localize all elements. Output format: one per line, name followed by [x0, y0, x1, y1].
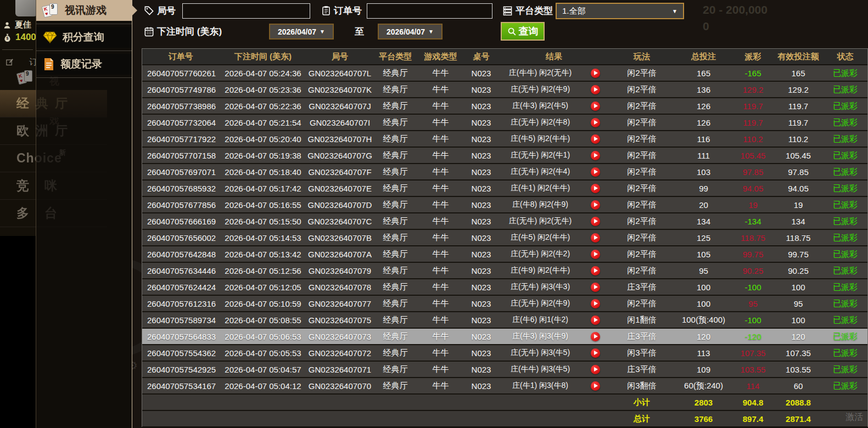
cell-valid-bet: 118.75 [774, 230, 823, 245]
cell-play-type: 闲2平倍 [609, 98, 675, 114]
cell-result: 庄(牛5) 闲2(牛牛) [499, 230, 581, 245]
table-row[interactable]: 260407057738986 2026-04-07 05:22:36 GN02… [142, 98, 867, 115]
platform-type-label: 平台类型 [502, 4, 553, 17]
table-row[interactable]: 260407057697071 2026-04-07 05:18:40 GN02… [142, 164, 867, 181]
table-row[interactable]: 260407057707158 2026-04-07 05:19:38 GN02… [142, 148, 867, 164]
play-icon [591, 381, 600, 391]
play-video-button[interactable] [581, 312, 609, 328]
play-video-button[interactable] [581, 263, 609, 278]
cell-table-number: N023 [463, 345, 499, 361]
play-video-button[interactable] [581, 213, 609, 229]
cell-platform: 经典厅 [373, 181, 418, 196]
person-icon [3, 21, 11, 29]
play-video-button[interactable] [581, 197, 609, 212]
table-row[interactable]: 260407057677856 2026-04-07 05:16:55 GN02… [142, 197, 867, 213]
order-number-input[interactable] [367, 3, 492, 19]
cell-round-number: GN02326407075 [307, 312, 373, 328]
subtotal-valid-bet: 2088.8 [774, 395, 823, 410]
cell-result: 庄(牛3) 闲2(牛5) [499, 98, 581, 114]
play-video-button[interactable] [581, 115, 609, 130]
cell-bet-time: 2026-04-07 05:04:12 [219, 378, 307, 393]
table-row[interactable]: 260407057760261 2026-04-07 05:24:36 GN02… [142, 65, 867, 82]
cell-table-number: N023 [463, 197, 499, 212]
table-row[interactable]: 260407057624424 2026-04-07 05:12:05 GN02… [142, 279, 867, 296]
play-video-button[interactable] [581, 345, 609, 361]
play-video-button[interactable] [581, 378, 609, 393]
cell-game-type: 牛牛 [418, 65, 463, 81]
table-row[interactable]: 260407057564833 2026-04-07 05:06:53 GN02… [142, 329, 867, 345]
cell-valid-bet: 134 [774, 213, 823, 229]
cell-payout: -100 [732, 279, 774, 295]
cell-bet-time: 2026-04-07 05:12:56 [219, 263, 307, 278]
round-number-input[interactable] [182, 3, 310, 19]
play-video-button[interactable] [581, 329, 609, 344]
cell-order-number: 260407057589734 [142, 312, 219, 328]
sidebar-bottom [0, 236, 36, 428]
cell-platform: 经典厅 [373, 329, 418, 344]
menu-item-quota-records[interactable]: 额度记录 [36, 54, 132, 75]
cell-play-type: 闲2平倍 [609, 246, 675, 262]
grand-total-label: 总计 [609, 411, 675, 426]
play-video-button[interactable] [581, 296, 609, 311]
cell-table-number: N023 [463, 164, 499, 179]
table-row[interactable]: 260407057642848 2026-04-07 05:13:42 GN02… [142, 246, 867, 263]
cell-play-type: 闲2平倍 [609, 148, 675, 163]
table-row[interactable]: 260407057656002 2026-04-07 05:14:53 GN02… [142, 230, 867, 246]
cell-status-badge: 已派彩 [823, 263, 867, 278]
cell-status-badge: 已派彩 [823, 197, 867, 212]
table-row[interactable]: 260407057542925 2026-04-07 05:04:57 GN02… [142, 362, 867, 378]
table-row[interactable]: 260407057717922 2026-04-07 05:20:40 GN02… [142, 131, 867, 148]
svg-text:$: $ [7, 36, 9, 41]
date-to-picker[interactable]: 2026/04/07 ▼ [378, 24, 443, 40]
cell-order-number: 260407057564833 [142, 329, 219, 344]
play-icon [591, 151, 600, 160]
document-icon [43, 58, 55, 71]
play-video-button[interactable] [581, 164, 609, 179]
table-row[interactable]: 260407057589734 2026-04-07 05:08:55 GN02… [142, 312, 867, 329]
divider [2, 49, 33, 50]
table-row[interactable]: 260407057554362 2026-04-07 05:05:53 GN02… [142, 345, 867, 362]
cell-table-number: N023 [463, 312, 499, 328]
play-video-button[interactable] [581, 181, 609, 196]
table-row[interactable]: 260407057612316 2026-04-07 05:10:59 GN02… [142, 296, 867, 312]
play-icon [591, 316, 600, 325]
play-video-button[interactable] [581, 148, 609, 163]
table-row[interactable]: 260407057666169 2026-04-07 05:15:50 GN02… [142, 213, 867, 230]
menu-item-video-games[interactable]: K♥9 视讯游戏 [36, 0, 132, 21]
date-from-picker[interactable]: 2026/04/07 ▼ [269, 24, 334, 40]
cell-valid-bet: 103.55 [774, 362, 823, 377]
play-icon [591, 266, 600, 275]
cell-round-number: GN02326407072 [307, 345, 373, 361]
play-video-button[interactable] [581, 65, 609, 81]
query-button[interactable]: 查询 [501, 22, 545, 41]
cell-total-bet: 116 [675, 131, 732, 147]
table-row[interactable]: 260407057534167 2026-04-07 05:04:12 GN02… [142, 378, 867, 395]
table-row[interactable]: 260407057749786 2026-04-07 05:23:36 GN02… [142, 82, 867, 98]
play-video-button[interactable] [581, 279, 609, 295]
background-limit-text2: 0 [703, 20, 709, 33]
platform-type-select[interactable]: 1.全部 ▼ [556, 3, 684, 19]
play-video-button[interactable] [581, 230, 609, 245]
cell-valid-bet: 97.85 [774, 164, 823, 179]
col-header-play: 玩法 [609, 49, 675, 64]
cell-game-type: 牛牛 [418, 312, 463, 328]
menu-item-points-query[interactable]: 积分查询 [36, 27, 132, 48]
cell-table-number: N023 [463, 115, 499, 130]
cell-platform: 经典厅 [373, 362, 418, 377]
cell-status-badge: 已派彩 [823, 82, 867, 97]
play-video-button[interactable] [581, 131, 609, 147]
play-video-button[interactable] [581, 98, 609, 114]
tag-icon [144, 5, 154, 16]
cell-status-badge: 已派彩 [823, 378, 867, 393]
table-row[interactable]: 260407057634446 2026-04-07 05:12:56 GN02… [142, 263, 867, 279]
play-icon [591, 299, 600, 308]
play-video-button[interactable] [581, 362, 609, 377]
cell-bet-time: 2026-04-07 05:13:42 [219, 246, 307, 262]
table-row[interactable]: 260407057732064 2026-04-07 05:21:54 GN02… [142, 115, 867, 131]
cell-status-badge: 已派彩 [823, 181, 867, 196]
play-video-button[interactable] [581, 82, 609, 97]
cell-total-bet: 20 [675, 197, 732, 212]
play-video-button[interactable] [581, 246, 609, 262]
edit-icon [5, 58, 14, 66]
table-row[interactable]: 260407057685932 2026-04-07 05:17:42 GN02… [142, 181, 867, 197]
